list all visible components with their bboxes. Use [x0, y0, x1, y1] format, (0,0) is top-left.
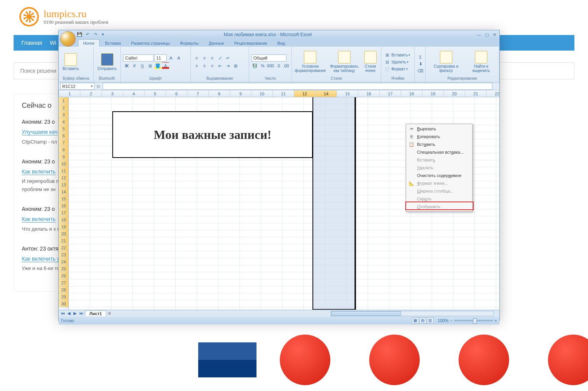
ctx-cut[interactable]: ✂Вырезать: [407, 125, 471, 133]
comment-link[interactable]: Как включить: [22, 168, 56, 175]
row-header-21[interactable]: 21: [59, 237, 68, 244]
col-header-15[interactable]: 15: [337, 90, 358, 97]
sheet-tab-1[interactable]: Лист1: [85, 310, 106, 316]
format-as-table-button[interactable]: Форматировать как таблицу: [328, 50, 361, 74]
zoom-in-icon[interactable]: +: [495, 318, 497, 323]
orientation-icon[interactable]: ⤢: [216, 54, 223, 61]
save-icon[interactable]: 💾: [77, 31, 83, 37]
delete-cells-button[interactable]: ⊟Удалить▾: [384, 58, 410, 65]
sheet-prev-icon[interactable]: ◀: [66, 311, 72, 316]
number-format-combo[interactable]: Общий: [251, 54, 286, 61]
col-header-20[interactable]: 20: [444, 90, 465, 97]
col-header-19[interactable]: 19: [422, 90, 444, 97]
name-box[interactable]: R1C12▾: [60, 83, 94, 90]
merge-icon[interactable]: ⊞: [232, 62, 239, 69]
fill-color-button[interactable]: 🪣: [154, 62, 161, 69]
qat-more-icon[interactable]: ▾: [100, 31, 106, 37]
col-header-9[interactable]: 9: [230, 90, 251, 97]
col-header-14[interactable]: 14: [316, 90, 337, 97]
col-header-16[interactable]: 16: [358, 90, 380, 97]
scroll-thumb[interactable]: [331, 311, 401, 316]
sort-filter-button[interactable]: Сортировка и фильтр: [428, 50, 464, 74]
comment-link[interactable]: Как включить: [22, 216, 56, 223]
row-header-22[interactable]: 22: [59, 244, 68, 251]
col-header-21[interactable]: 21: [465, 90, 487, 97]
font-size-combo[interactable]: 11: [154, 54, 167, 61]
col-header-7[interactable]: 7: [187, 90, 209, 97]
autosum-icon[interactable]: Σ: [417, 54, 424, 61]
col-header-8[interactable]: 8: [209, 90, 230, 97]
comment-link[interactable]: Улучшаем кач: [22, 129, 58, 135]
row-header-25[interactable]: 25: [59, 265, 68, 272]
cell-styles-button[interactable]: Стили ячеек: [362, 50, 379, 74]
italic-button[interactable]: К: [131, 62, 138, 69]
nav-wi[interactable]: Wi: [50, 40, 56, 46]
row-header-28[interactable]: 28: [59, 286, 68, 293]
bold-button[interactable]: Ж: [123, 62, 130, 69]
comma-icon[interactable]: 000: [267, 62, 274, 69]
tab-home[interactable]: Home: [78, 39, 99, 47]
formula-input[interactable]: [103, 83, 492, 90]
align-bottom-icon[interactable]: ≡: [209, 54, 216, 61]
font-name-combo[interactable]: Calibri: [123, 54, 154, 61]
row-header-5[interactable]: 5: [59, 125, 68, 132]
col-header-1[interactable]: 1: [59, 90, 80, 97]
row-header-7[interactable]: 7: [59, 139, 68, 146]
col-header-4[interactable]: 4: [123, 90, 145, 97]
col-header-6[interactable]: 6: [166, 90, 187, 97]
row-header-27[interactable]: 27: [59, 279, 68, 286]
site-name[interactable]: lumpics.ru: [44, 8, 108, 20]
row-header-9[interactable]: 9: [59, 153, 68, 160]
tab-insert[interactable]: Вставка: [100, 40, 126, 47]
ctx-clear[interactable]: Очистить содержимое: [407, 172, 471, 179]
row-header-6[interactable]: 6: [59, 132, 68, 139]
row-header-11[interactable]: 11: [59, 167, 68, 174]
indent-inc-icon[interactable]: ⇥: [224, 62, 231, 69]
dec-decimal-icon[interactable]: .00: [283, 62, 290, 69]
fill-icon[interactable]: ⬇: [417, 61, 424, 68]
align-top-icon[interactable]: ≡: [193, 54, 200, 61]
send-bluetooth-button[interactable]: Отправить: [96, 53, 118, 72]
find-select-button[interactable]: Найти и выделить: [466, 50, 497, 74]
title-bar[interactable]: 💾 ↶ ↷ ▾ Моя любимая книга.xlsx - Microso…: [59, 30, 499, 39]
underline-button[interactable]: Ч: [139, 62, 146, 69]
row-header-15[interactable]: 15: [59, 195, 68, 202]
row-header-12[interactable]: 12: [59, 174, 68, 181]
normal-view-icon[interactable]: ▦: [412, 317, 419, 324]
zoom-value[interactable]: 100%: [438, 318, 448, 323]
tab-formulas[interactable]: Формулы: [175, 40, 203, 47]
horizontal-scrollbar[interactable]: [331, 311, 494, 316]
tab-view[interactable]: Вид: [273, 40, 290, 47]
conditional-format-button[interactable]: Условное форматирование: [294, 50, 326, 74]
grow-font-icon[interactable]: A: [168, 54, 174, 61]
row-header-10[interactable]: 10: [59, 160, 68, 167]
row-header-24[interactable]: 24: [59, 258, 68, 265]
clear-icon[interactable]: ⌫: [417, 68, 424, 75]
wrap-text-icon[interactable]: ↵: [224, 54, 231, 61]
ctx-paste-special[interactable]: Специальная вставка...: [407, 148, 471, 156]
row-header-4[interactable]: 4: [59, 118, 68, 125]
sheet-last-icon[interactable]: ⏭: [78, 311, 84, 316]
row-header-19[interactable]: 19: [59, 223, 68, 230]
text-box-shape[interactable]: Мои важные записи!: [112, 111, 313, 158]
new-sheet-icon[interactable]: ⊕: [108, 311, 111, 316]
shrink-font-icon[interactable]: A: [175, 54, 182, 61]
align-right-icon[interactable]: ≡: [209, 62, 216, 69]
ctx-paste[interactable]: 📋Вставить: [407, 140, 471, 148]
percent-icon[interactable]: %: [259, 62, 266, 69]
align-middle-icon[interactable]: ≡: [201, 54, 208, 61]
row-header-23[interactable]: 23: [59, 251, 68, 258]
nav-home[interactable]: Главная: [21, 40, 42, 46]
inc-decimal-icon[interactable]: .0: [275, 62, 282, 69]
col-header-18[interactable]: 18: [401, 90, 422, 97]
tab-data[interactable]: Данные: [204, 40, 229, 47]
maximize-icon[interactable]: ▢: [485, 32, 489, 37]
align-left-icon[interactable]: ≡: [193, 62, 200, 69]
row-header-17[interactable]: 17: [59, 209, 68, 216]
row-header-2[interactable]: 2: [59, 104, 68, 111]
page-break-view-icon[interactable]: ▥: [427, 317, 434, 324]
col-header-12[interactable]: 12: [294, 90, 316, 97]
page-layout-view-icon[interactable]: ▤: [419, 317, 426, 324]
col-header-17[interactable]: 17: [380, 90, 401, 97]
indent-dec-icon[interactable]: ⇤: [216, 62, 223, 69]
